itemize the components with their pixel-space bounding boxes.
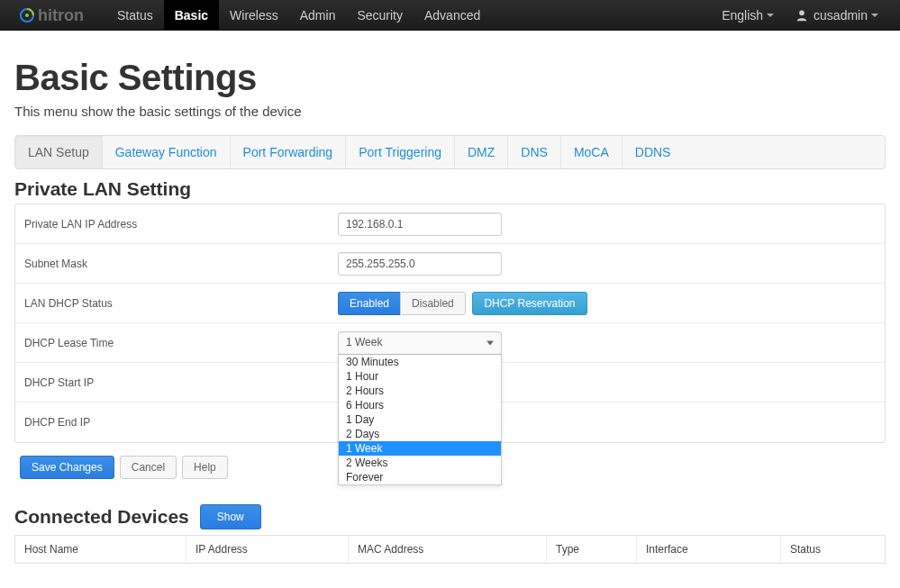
tab-port-triggering[interactable]: Port Triggering [346,136,455,168]
connected-devices-title: Connected Devices [14,506,189,528]
chevron-down-icon [871,14,878,17]
tab-moca[interactable]: MoCA [561,136,623,168]
top-navbar: hitron StatusBasicWirelessAdminSecurityA… [0,0,900,31]
dhcp-reservation-button[interactable]: DHCP Reservation [472,292,586,315]
tab-port-forwarding[interactable]: Port Forwarding [231,136,347,168]
label-dhcp-start-ip: DHCP Start IP [15,376,322,389]
label-private-lan-ip: Private LAN IP Address [15,218,322,231]
user-dropdown[interactable]: cusadmin [785,8,889,23]
table-header-row: Host NameIP AddressMAC AddressTypeInterf… [15,536,886,564]
label-lan-dhcp-status: LAN DHCP Status [15,297,322,310]
connected-devices-table: Host NameIP AddressMAC AddressTypeInterf… [14,535,886,564]
username-label: cusadmin [814,8,868,23]
language-dropdown[interactable]: English [711,8,785,23]
column-mac-address: MAC Address [349,536,547,564]
input-private-lan-ip[interactable] [338,213,502,236]
private-lan-panel: Private LAN IP Address Subnet Mask LAN D… [14,204,886,443]
nav-item-status[interactable]: Status [106,0,164,30]
dhcp-status-toggle: Enabled Disabled [338,292,466,315]
page-title: Basic Settings [14,58,886,98]
nav-item-security[interactable]: Security [346,0,414,30]
page-subtitle: This menu show the basic settings of the… [14,104,886,119]
lease-option[interactable]: 1 Hour [339,369,501,384]
column-type: Type [547,536,637,564]
tab-gateway-function[interactable]: Gateway Function [103,136,231,168]
tab-ddns[interactable]: DDNS [623,136,684,168]
column-interface: Interface [637,536,781,564]
select-dhcp-lease-time[interactable]: 1 Week 30 Minutes1 Hour2 Hours6 Hours1 D… [338,331,502,355]
page-container: Basic Settings This menu show the basic … [0,31,900,588]
lease-option[interactable]: 1 Week [339,441,501,456]
label-subnet-mask: Subnet Mask [15,258,322,270]
show-devices-button[interactable]: Show [200,504,261,529]
nav-item-advanced[interactable]: Advanced [414,0,491,30]
section-title-private-lan: Private LAN Setting [14,178,886,200]
tab-lan-setup[interactable]: LAN Setup [15,136,103,168]
help-button[interactable]: Help [182,456,228,479]
brand-logo[interactable]: hitron [18,5,95,25]
nav-item-basic[interactable]: Basic [164,0,219,30]
nav-item-admin[interactable]: Admin [289,0,347,30]
lease-option[interactable]: 2 Days [339,427,501,441]
dhcp-disabled-button[interactable]: Disabled [400,292,466,315]
column-status: Status [781,536,886,564]
tab-dns[interactable]: DNS [508,136,561,168]
nav-item-wireless[interactable]: Wireless [219,0,289,30]
row-lan-dhcp-status: LAN DHCP Status Enabled Disabled DHCP Re… [15,284,885,323]
row-subnet-mask: Subnet Mask [15,244,885,284]
lease-option[interactable]: 1 Day [339,412,501,427]
nav-main: StatusBasicWirelessAdminSecurityAdvanced [106,0,491,30]
select-dropdown-lease-time: 30 Minutes1 Hour2 Hours6 Hours1 Day2 Day… [338,354,502,485]
language-label: English [722,8,763,23]
label-dhcp-lease-time: DHCP Lease Time [15,337,322,349]
chevron-down-icon [767,14,774,17]
user-icon [795,9,808,22]
column-ip-address: IP Address [186,536,349,564]
row-private-lan-ip: Private LAN IP Address [15,204,885,244]
svg-text:hitron: hitron [38,6,84,24]
lease-option[interactable]: 2 Weeks [339,456,501,470]
lease-option[interactable]: 30 Minutes [339,355,501,369]
svg-point-1 [25,14,29,17]
column-host-name: Host Name [15,536,186,564]
save-button[interactable]: Save Changes [20,456,114,479]
tab-dmz[interactable]: DMZ [455,136,508,168]
subnav-tabs: LAN SetupGateway FunctionPort Forwarding… [14,135,886,169]
lease-option[interactable]: 2 Hours [339,384,501,398]
nav-right: English cusadmin [711,0,889,30]
label-dhcp-end-ip: DHCP End IP [15,416,322,429]
lease-option[interactable]: 6 Hours [339,398,501,412]
input-subnet-mask[interactable] [338,252,502,276]
svg-point-3 [799,10,805,15]
select-display-lease-time[interactable]: 1 Week [338,331,502,355]
cancel-button[interactable]: Cancel [120,456,177,479]
connected-devices-header: Connected Devices Show [14,504,886,529]
lease-option[interactable]: Forever [339,470,501,484]
dhcp-enabled-button[interactable]: Enabled [338,292,400,315]
row-dhcp-lease-time: DHCP Lease Time 1 Week 30 Minutes1 Hour2… [15,323,885,363]
